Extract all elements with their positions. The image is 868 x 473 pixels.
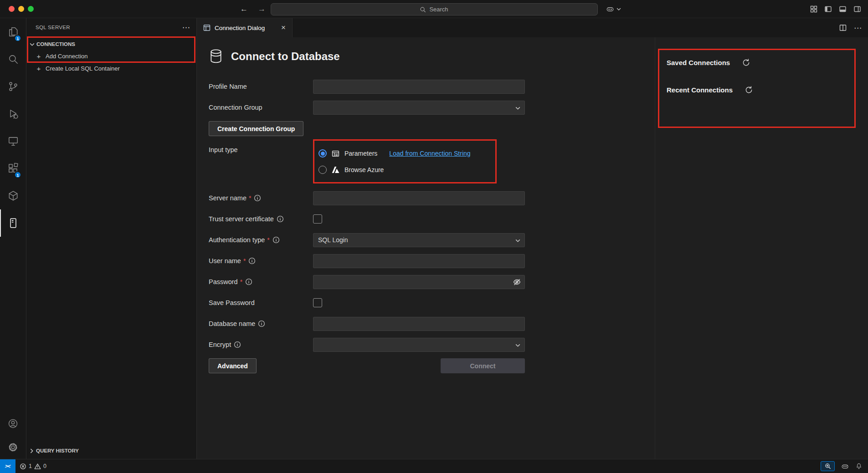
encrypt-row: Encrypt: [209, 337, 655, 352]
split-editor-icon[interactable]: [839, 24, 847, 31]
browse-azure-radio[interactable]: [318, 166, 327, 174]
info-icon[interactable]: [234, 341, 241, 348]
input-type-label: Input type: [209, 146, 238, 153]
browse-azure-option-label: Browse Azure: [344, 166, 384, 173]
info-icon[interactable]: [277, 215, 284, 223]
connect-button[interactable]: Connect: [441, 358, 525, 373]
create-connection-group-button[interactable]: Create Connection Group: [209, 121, 303, 136]
info-icon[interactable]: [254, 194, 261, 202]
eye-off-icon[interactable]: [513, 278, 521, 286]
plus-icon: +: [36, 65, 41, 72]
tab-connection-dialog[interactable]: Connection Dialog ×: [197, 18, 293, 37]
search-input[interactable]: Search: [271, 3, 598, 15]
title-bar: ← → Search: [0, 0, 868, 18]
info-icon[interactable]: [258, 320, 265, 327]
sidebar: SQL SERVER ⋯ CONNECTIONS + Add Connectio…: [26, 18, 197, 459]
load-connection-string-link[interactable]: Load from Connection String: [389, 150, 470, 157]
window-controls: [0, 6, 34, 12]
forward-icon[interactable]: →: [258, 5, 266, 14]
info-icon[interactable]: [272, 236, 280, 244]
activity-bar: 1 1: [0, 18, 26, 459]
tab-label: Connection Dialog: [215, 25, 265, 31]
save-password-checkbox[interactable]: [313, 298, 322, 307]
trust-certificate-row: Trust server certificate: [209, 212, 655, 226]
search-view-icon[interactable]: [0, 46, 26, 73]
settings-gear-icon[interactable]: [0, 435, 26, 459]
authentication-type-dropdown[interactable]: SQL Login: [313, 233, 525, 247]
run-debug-icon[interactable]: [0, 100, 26, 127]
input-type-radio-group: Parameters Load from Connection String B…: [313, 142, 471, 180]
minimize-window-button[interactable]: [18, 6, 24, 12]
remote-explorer-icon[interactable]: [0, 127, 26, 155]
required-marker: *: [243, 257, 246, 264]
connections-browser-panel: Saved Connections Recent Connections: [655, 37, 868, 459]
copilot-menu-button[interactable]: [606, 0, 621, 18]
info-icon[interactable]: [245, 278, 252, 285]
connection-group-row: Connection Group: [209, 100, 655, 115]
trust-certificate-label: Trust server certificate: [209, 215, 274, 223]
warning-icon: [34, 463, 41, 470]
back-icon[interactable]: ←: [240, 5, 248, 14]
user-name-row: User name *: [209, 254, 655, 268]
password-row: Password *: [209, 275, 655, 289]
refresh-icon[interactable]: [745, 86, 753, 94]
accounts-icon[interactable]: [0, 412, 26, 435]
database-icon: [209, 48, 223, 65]
user-name-input[interactable]: [313, 254, 525, 268]
database-name-input[interactable]: [313, 317, 525, 331]
tab-close-icon[interactable]: ×: [278, 23, 288, 33]
add-connection-item[interactable]: + Add Connection: [26, 50, 196, 62]
required-marker: *: [267, 236, 269, 244]
maximize-window-button[interactable]: [28, 6, 34, 12]
remote-indicator[interactable]: ><: [0, 459, 15, 473]
problems-indicator[interactable]: 1 0: [20, 463, 46, 470]
zoom-indicator[interactable]: [821, 461, 835, 471]
chevron-down-icon: [515, 343, 520, 347]
saved-connections-title: Saved Connections: [667, 59, 730, 66]
explorer-badge: 1: [14, 35, 21, 42]
encrypt-dropdown[interactable]: [313, 338, 525, 352]
editor-more-actions-icon[interactable]: ⋯: [854, 24, 862, 32]
source-control-icon[interactable]: [0, 73, 26, 100]
parameters-option-label: Parameters: [344, 150, 377, 157]
toggle-primary-sidebar-icon[interactable]: [824, 5, 832, 13]
info-icon[interactable]: [248, 257, 256, 264]
azure-icon: [331, 166, 340, 174]
parameters-radio[interactable]: [318, 149, 327, 158]
connection-group-label: Connection Group: [209, 104, 262, 111]
explorer-icon[interactable]: 1: [0, 18, 26, 46]
profile-name-label: Profile Name: [209, 83, 247, 90]
close-window-button[interactable]: [9, 6, 15, 12]
toggle-secondary-sidebar-icon[interactable]: [853, 5, 861, 13]
connection-group-dropdown[interactable]: [313, 101, 525, 115]
query-history-section-header[interactable]: QUERY HISTORY: [26, 445, 196, 456]
connections-section-header[interactable]: CONNECTIONS: [26, 38, 196, 50]
password-input[interactable]: [313, 275, 525, 289]
sidebar-more-actions-icon[interactable]: ⋯: [182, 24, 190, 31]
warning-count: 0: [43, 463, 46, 469]
customize-layout-icon[interactable]: [810, 5, 817, 13]
containers-icon[interactable]: [0, 182, 26, 209]
trust-certificate-checkbox[interactable]: [313, 214, 322, 224]
profile-name-input[interactable]: [313, 80, 525, 94]
chevron-down-icon: [515, 239, 520, 243]
extensions-icon[interactable]: 1: [0, 155, 26, 182]
required-marker: *: [249, 194, 251, 202]
server-name-input[interactable]: [313, 191, 525, 205]
toggle-panel-icon[interactable]: [839, 5, 847, 13]
search-placeholder: Search: [429, 6, 448, 13]
notifications-bell-icon[interactable]: [855, 463, 863, 470]
refresh-icon[interactable]: [742, 59, 750, 66]
chevron-down-icon: [515, 106, 520, 110]
sql-server-view-icon[interactable]: [0, 209, 26, 237]
copilot-status-icon[interactable]: [841, 462, 849, 471]
advanced-button[interactable]: Advanced: [209, 358, 257, 373]
extensions-badge: 1: [14, 171, 21, 178]
chevron-right-icon: [30, 448, 34, 453]
editor-group: Connection Dialog × ⋯ Connect to Databas…: [197, 18, 868, 459]
create-local-sql-container-item[interactable]: + Create Local SQL Container: [26, 62, 196, 75]
search-icon: [420, 6, 426, 13]
authentication-type-value: SQL Login: [318, 236, 348, 244]
password-label: Password: [209, 278, 238, 285]
sidebar-title: SQL SERVER: [36, 25, 70, 30]
